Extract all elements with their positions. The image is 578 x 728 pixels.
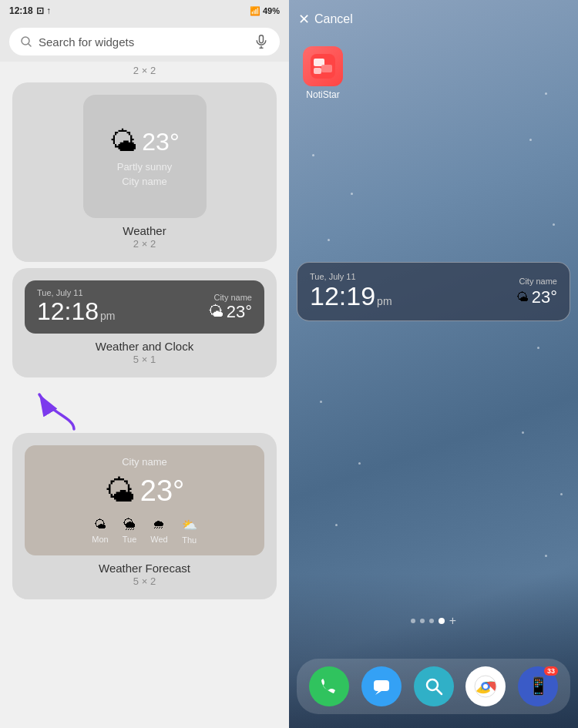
forecast-widget-preview: City name 🌤 23° 🌤 Mon 🌦 Tue 🌧 xyxy=(25,445,264,555)
dock-messages-icon[interactable] xyxy=(361,666,402,706)
clock-left: Tue, July 11 12:18 pm xyxy=(37,288,116,326)
search-icon xyxy=(20,35,32,48)
section-label-2x2: 2 × 2 xyxy=(133,65,156,76)
forecast-day-mon: 🌤 Mon xyxy=(92,518,108,545)
page-dot-4-active[interactable] xyxy=(439,618,445,624)
notistar-app-icon xyxy=(303,46,343,86)
dock-search-icon[interactable] xyxy=(414,666,454,706)
dock-chrome-icon[interactable] xyxy=(465,666,506,706)
dock-phone-icon[interactable] xyxy=(309,666,349,706)
partly-sunny-icon: 🌤 xyxy=(109,126,137,158)
widget-name-weather: Weather xyxy=(123,224,166,237)
widget-size-clock: 5 × 1 xyxy=(133,354,156,365)
svg-marker-11 xyxy=(375,691,381,695)
placed-ampm: pm xyxy=(377,295,391,307)
placed-weather-icon: 🌤 xyxy=(516,290,529,304)
messages-svg xyxy=(371,676,392,697)
page-indicators: + xyxy=(289,614,578,628)
svg-line-1 xyxy=(29,44,31,46)
widgets-scroll-area[interactable]: 2 × 2 🌤 23° Partly sunny City name Weath… xyxy=(0,62,289,728)
right-panel: ✕ Cancel NotiStar Tue, July 11 12:19 pm … xyxy=(289,0,578,728)
placed-clock-widget: Tue, July 11 12:19 pm City name 🌤 23° xyxy=(297,262,570,321)
weather-temp: 23° xyxy=(142,128,179,156)
forecast-icon-thu: ⛅ xyxy=(182,518,197,532)
widget-name-forecast: Weather Forecast xyxy=(99,562,190,575)
notistar-app-label: NotiStar xyxy=(306,89,339,100)
search-input[interactable]: Search for widgets xyxy=(39,35,247,49)
arrow-annotation xyxy=(12,387,277,433)
forecast-day-thu: ⛅ Thu xyxy=(182,518,197,545)
clock-city: City name xyxy=(213,293,252,302)
page-dot-1[interactable] xyxy=(411,619,415,623)
forecast-temp-row: 🌤 23° xyxy=(105,474,184,508)
search-bar[interactable]: Search for widgets xyxy=(9,28,280,55)
social-icon-label: 📱 xyxy=(528,676,549,696)
add-page-button[interactable]: + xyxy=(449,614,456,628)
purple-arrow-icon xyxy=(28,387,89,433)
forecast-city: City name xyxy=(122,456,167,468)
forecast-label-mon: Mon xyxy=(92,535,108,544)
forecast-day-tue: 🌦 Tue xyxy=(123,518,137,545)
placed-weather-row: 🌤 23° xyxy=(516,287,557,307)
status-bar-left: 12:18 ⊡ ↑ xyxy=(9,5,51,16)
widget-name-clock: Weather and Clock xyxy=(96,340,193,353)
forecast-icon-tue: 🌦 xyxy=(123,518,136,532)
cancel-label: Cancel xyxy=(314,12,353,26)
weather-forecast-card[interactable]: City name 🌤 23° 🌤 Mon 🌦 Tue 🌧 xyxy=(12,433,277,599)
forecast-label-wed: Wed xyxy=(150,535,167,544)
weather-widget-preview: 🌤 23° Partly sunny City name xyxy=(83,95,207,218)
placed-clock-time: 12:19 pm xyxy=(310,281,392,311)
svg-line-13 xyxy=(437,689,442,694)
page-dot-2[interactable] xyxy=(420,619,425,623)
clock-time: 12:18 pm xyxy=(37,297,116,326)
weather-icon-row: 🌤 23° xyxy=(109,126,179,158)
search-bar-wrapper: Search for widgets xyxy=(0,22,289,62)
clock-right: City name 🌤 23° xyxy=(208,293,252,322)
time-display: 12:18 xyxy=(9,5,33,16)
status-bar-right: 📶 49% xyxy=(250,6,280,16)
dock-social-icon[interactable]: 📱 33 xyxy=(518,666,558,706)
status-bar: 12:18 ⊡ ↑ 📶 49% xyxy=(0,0,289,22)
clock-weather-icon: 🌤 xyxy=(208,303,223,320)
placed-clock-date: Tue, July 11 xyxy=(310,272,392,281)
placed-clock-left: Tue, July 11 12:19 pm xyxy=(310,272,392,311)
weather-clock-card[interactable]: Tue, July 11 12:18 pm City name 🌤 23° We… xyxy=(12,268,277,377)
left-panel: 12:18 ⊡ ↑ 📶 49% Search for widgets 2 × xyxy=(0,0,289,728)
clock-time-value: 12:18 xyxy=(37,297,99,326)
social-badge: 33 xyxy=(544,666,558,676)
clock-ampm: pm xyxy=(100,310,115,322)
forecast-icon-wed: 🌧 xyxy=(153,518,165,532)
notistar-icon-svg xyxy=(309,52,337,80)
mic-icon[interactable] xyxy=(254,34,269,49)
cancel-button[interactable]: ✕ Cancel xyxy=(298,11,353,28)
app-dock: 📱 33 xyxy=(297,659,570,714)
search-svg xyxy=(423,676,445,697)
placed-temp: 23° xyxy=(532,287,557,307)
svg-point-17 xyxy=(483,684,488,689)
chrome-svg xyxy=(473,674,498,699)
forecast-day-wed: 🌧 Wed xyxy=(150,518,167,545)
battery-display: 49% xyxy=(263,6,280,15)
clock-temp: 23° xyxy=(227,302,252,322)
svg-rect-8 xyxy=(321,65,332,72)
svg-rect-10 xyxy=(374,680,389,691)
placed-city: City name xyxy=(519,277,557,286)
svg-point-12 xyxy=(427,679,438,690)
weather-description: Partly sunny xyxy=(117,161,173,173)
forecast-temp: 23° xyxy=(140,475,184,508)
placed-time-value: 12:19 xyxy=(310,281,375,311)
clock-weather-row: 🌤 23° xyxy=(208,302,252,322)
cancel-x-icon: ✕ xyxy=(298,11,310,28)
page-dot-3[interactable] xyxy=(429,619,434,623)
notistar-app-icon-wrap[interactable]: NotiStar xyxy=(303,46,343,100)
signal-icon: 📶 xyxy=(250,6,260,16)
widget-size-forecast: 5 × 2 xyxy=(133,575,156,587)
widget-size-weather: 2 × 2 xyxy=(133,238,156,250)
placed-clock-right: City name 🌤 23° xyxy=(516,277,557,307)
forecast-label-thu: Thu xyxy=(182,535,197,545)
weather-2x2-card[interactable]: 🌤 23° Partly sunny City name Weather 2 ×… xyxy=(12,82,277,262)
svg-rect-9 xyxy=(314,68,321,74)
forecast-cloud-icon: 🌤 xyxy=(105,474,136,508)
weather-city: City name xyxy=(122,176,167,187)
status-icons: ⊡ ↑ xyxy=(36,5,51,16)
